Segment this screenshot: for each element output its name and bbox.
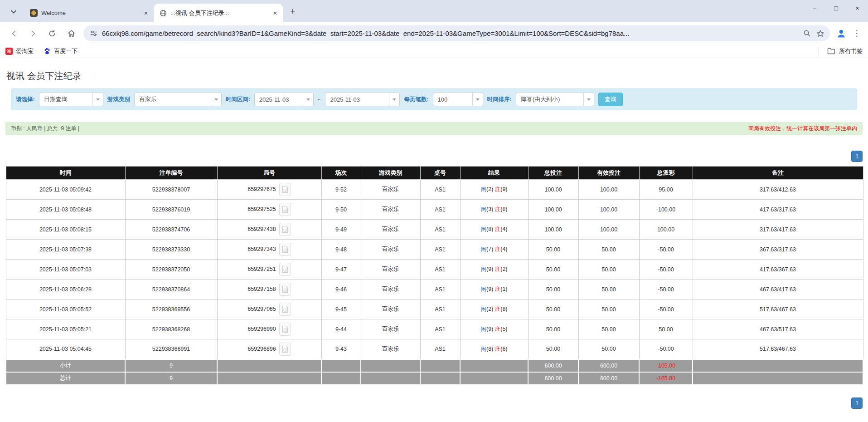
cell-note: 467.63/417.63 <box>693 280 863 299</box>
cell-round-id: 659296990 <box>217 319 321 339</box>
cell-total-bet[interactable]: 100.00 <box>528 180 578 200</box>
player-count: (8) <box>486 226 493 232</box>
url-text[interactable]: 66cxkj98.com/game/betrecord_search/kind3… <box>102 29 800 37</box>
cell-note: 367.63/317.63 <box>693 240 863 260</box>
date-start-input[interactable]: 2025-11-03 <box>254 93 314 106</box>
cell-game-type: 百家乐 <box>361 220 420 240</box>
search-button[interactable]: 查询 <box>598 93 623 106</box>
close-button[interactable]: × <box>847 0 868 16</box>
cell-total-bet[interactable]: 50.00 <box>528 260 578 280</box>
bookmark-taobao[interactable]: 淘 爱淘宝 <box>5 47 34 55</box>
cell-result: 闲(2) 庄(9) <box>460 180 528 200</box>
banker-count: (2) <box>500 266 507 272</box>
video-replay-button[interactable] <box>279 203 291 216</box>
cell-payout: 100.00 <box>639 220 693 240</box>
col-total-bet: 总投注 <box>528 167 578 180</box>
cell-note: 317.63/412.63 <box>693 180 863 200</box>
tab-close-icon[interactable]: × <box>142 9 150 17</box>
tab-search-button[interactable] <box>7 5 20 18</box>
video-replay-button[interactable] <box>279 183 291 196</box>
cell-table-no: AS1 <box>420 200 460 220</box>
bookmark-star-icon[interactable] <box>814 27 827 40</box>
bookmark-baidu[interactable]: 百度一下 <box>44 47 78 55</box>
tab-betrecord[interactable]: :::视讯 会员下注纪录::: × <box>154 4 283 22</box>
table-row: 2025-11-03 05:08:48 522938376019 6592975… <box>6 200 863 220</box>
query-type-select[interactable]: 日期查询 <box>39 93 103 106</box>
url-bar[interactable]: 66cxkj98.com/game/betrecord_search/kind3… <box>83 25 830 41</box>
player-count: (9) <box>486 286 493 292</box>
game-type-select[interactable]: 百家乐 <box>134 93 222 106</box>
page-1-button[interactable]: 1 <box>851 151 863 162</box>
date-end-input[interactable]: 2025-11-03 <box>325 93 400 106</box>
cell-game-type: 百家乐 <box>361 319 420 339</box>
cell-total-bet[interactable]: 100.00 <box>528 220 578 240</box>
cell-game-type: 百家乐 <box>361 200 420 220</box>
video-replay-button[interactable] <box>279 323 291 336</box>
profile-avatar[interactable] <box>833 25 850 42</box>
sort-select[interactable]: 降幂(由大到小) <box>516 93 594 106</box>
page-1-button[interactable]: 1 <box>851 397 863 409</box>
cell-game-type: 百家乐 <box>361 260 420 280</box>
tab-close-icon[interactable]: × <box>271 9 279 17</box>
page-size-select[interactable]: 100 <box>433 93 483 106</box>
maximize-button[interactable]: □ <box>825 0 847 16</box>
tab-title: :::视讯 会员下注纪录::: <box>170 9 267 17</box>
cell-total-bet[interactable]: 50.00 <box>528 339 578 359</box>
total-total-bet: 600.00 <box>528 372 578 385</box>
cell-session: 9-48 <box>321 240 361 260</box>
site-info-icon[interactable] <box>90 29 97 37</box>
cell-payout: -50.00 <box>639 260 693 280</box>
minimize-button[interactable]: – <box>804 0 825 16</box>
video-replay-button[interactable] <box>279 263 291 276</box>
cell-table-no: AS1 <box>420 299 460 319</box>
player-count: (9) <box>486 266 493 272</box>
forward-button[interactable] <box>25 25 41 42</box>
bookmark-label: 百度一下 <box>54 47 78 55</box>
back-button[interactable] <box>6 25 22 42</box>
new-tab-button[interactable]: + <box>286 5 299 18</box>
banker-count: (9) <box>500 186 507 192</box>
banker-result: 庄 <box>495 346 501 352</box>
cell-time: 2025-11-03 05:08:15 <box>6 220 125 240</box>
subtotal-count: 9 <box>125 359 217 372</box>
subtotal-payout: -105.00 <box>639 359 693 372</box>
cell-result: 闲(8) 庄(4) <box>460 220 528 240</box>
cell-table-no: AS1 <box>420 240 460 260</box>
cell-bet-id: 522938378007 <box>125 180 217 200</box>
home-button[interactable] <box>63 25 79 42</box>
player-count: (9) <box>486 326 493 332</box>
reload-button[interactable] <box>44 25 60 42</box>
empty-cell <box>420 372 460 385</box>
cell-total-bet[interactable]: 50.00 <box>528 319 578 339</box>
cell-total-bet[interactable]: 50.00 <box>528 240 578 260</box>
cell-note: 417.63/317.63 <box>693 200 863 220</box>
table-row: 2025-11-03 05:08:15 522938374706 6592974… <box>6 220 863 240</box>
cell-session: 9-43 <box>321 339 361 359</box>
table-row: 2025-11-03 05:07:38 522938373330 6592973… <box>6 240 863 260</box>
player-count: (7) <box>486 246 493 252</box>
video-replay-button[interactable] <box>279 343 291 356</box>
baidu-paw-icon <box>44 48 51 55</box>
tilde-separator: ~ <box>318 96 321 103</box>
video-replay-button[interactable] <box>279 243 291 256</box>
cell-total-bet[interactable]: 100.00 <box>528 200 578 220</box>
tab-welcome[interactable]: Welcome × <box>24 4 154 22</box>
player-count: (3) <box>486 206 493 212</box>
subtotal-valid-bet: 600.00 <box>578 359 639 372</box>
menu-icon[interactable]: ⋮ <box>850 25 863 42</box>
col-session: 场次 <box>321 167 361 180</box>
divider <box>819 47 819 55</box>
table-row: 2025-11-03 05:05:21 522938368268 6592969… <box>6 319 863 339</box>
all-bookmarks[interactable]: 所有书签 <box>819 47 863 55</box>
cell-total-bet[interactable]: 50.00 <box>528 299 578 319</box>
banker-result: 庄 <box>495 266 501 272</box>
zoom-icon[interactable] <box>800 27 814 40</box>
video-replay-button[interactable] <box>279 303 291 316</box>
cell-result: 闲(2) 庄(8) <box>460 299 528 319</box>
empty-cell <box>217 359 321 372</box>
video-replay-button[interactable] <box>279 223 291 236</box>
cell-game-type: 百家乐 <box>361 280 420 299</box>
total-valid-bet: 600.00 <box>578 372 639 385</box>
cell-total-bet[interactable]: 50.00 <box>528 280 578 299</box>
video-replay-button[interactable] <box>279 283 291 296</box>
